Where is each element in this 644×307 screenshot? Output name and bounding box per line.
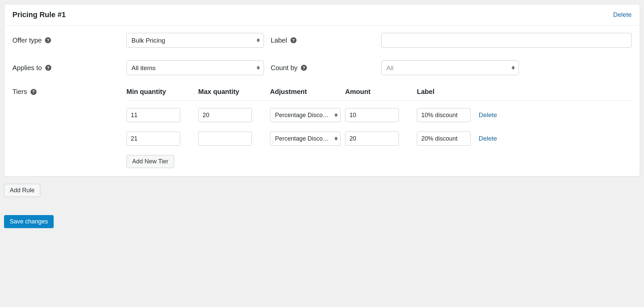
help-icon[interactable]: ?	[290, 37, 297, 43]
tier-delete-link[interactable]: Delete	[479, 111, 505, 119]
label-input[interactable]	[381, 33, 632, 48]
help-icon[interactable]: ?	[301, 65, 307, 71]
offer-type-label: Offer type ?	[12, 37, 126, 44]
offer-type-label-text: Offer type	[12, 37, 42, 44]
tier-row: Percentage DiscountDelete	[126, 132, 632, 146]
tiers-body: Percentage DiscountDeletePercentage Disc…	[126, 108, 632, 146]
col-min: Min quantity	[126, 88, 194, 96]
tier-label-input[interactable]	[417, 108, 471, 122]
tiers-table: Min quantity Max quantity Adjustment Amo…	[126, 88, 632, 168]
tier-delete-link[interactable]: Delete	[479, 135, 505, 142]
offer-type-select[interactable]: Bulk Pricing	[126, 33, 264, 48]
count-by-select[interactable]: All	[381, 60, 519, 75]
tier-max-input[interactable]	[198, 108, 252, 122]
count-by-select-wrap: All	[381, 60, 519, 75]
add-new-tier-button[interactable]: Add New Tier	[126, 155, 174, 168]
save-changes-button[interactable]: Save changes	[4, 215, 54, 228]
tier-amount-input[interactable]	[345, 132, 399, 146]
tier-amount-input[interactable]	[345, 108, 399, 122]
count-by-label: Count by ?	[271, 64, 381, 72]
applies-to-select[interactable]: All items	[126, 60, 264, 75]
card-header: Pricing Rule #1 Delete	[4, 4, 640, 25]
rule-title: Pricing Rule #1	[12, 10, 66, 19]
applies-to-select-wrap: All items	[126, 60, 264, 75]
col-max: Max quantity	[198, 88, 265, 96]
applies-to-label-text: Applies to	[12, 64, 42, 72]
add-rule-button[interactable]: Add Rule	[4, 184, 40, 197]
col-amount: Amount	[345, 88, 412, 96]
tier-adjustment-select[interactable]: Percentage Discount	[270, 132, 340, 146]
tiers-head: Min quantity Max quantity Adjustment Amo…	[126, 88, 632, 101]
offer-type-select-wrap: Bulk Pricing	[126, 33, 264, 48]
help-icon[interactable]: ?	[45, 37, 51, 43]
tiers-label-text: Tiers	[12, 88, 27, 96]
pricing-rule-card: Pricing Rule #1 Delete Offer type ? Bulk…	[4, 4, 640, 176]
label-field-label: Label ?	[271, 37, 381, 44]
col-adjustment: Adjustment	[270, 88, 340, 96]
help-icon[interactable]: ?	[31, 89, 37, 95]
tier-adjustment-select[interactable]: Percentage Discount	[270, 108, 340, 122]
label-field-label-text: Label	[271, 37, 287, 44]
tier-max-input[interactable]	[198, 132, 252, 146]
col-actions	[479, 88, 505, 96]
delete-rule-link[interactable]: Delete	[613, 11, 632, 18]
tier-label-input[interactable]	[417, 132, 471, 146]
form-grid: Offer type ? Bulk Pricing Label ?	[12, 33, 632, 75]
card-body: Offer type ? Bulk Pricing Label ?	[4, 25, 640, 176]
help-icon[interactable]: ?	[45, 65, 51, 71]
tiers-label: Tiers ?	[12, 88, 126, 96]
tier-min-input[interactable]	[126, 108, 180, 122]
count-by-label-text: Count by	[271, 64, 298, 72]
tiers-section: Tiers ? Min quantity Max quantity Adjust…	[12, 88, 632, 168]
tier-min-input[interactable]	[126, 132, 180, 146]
col-label: Label	[417, 88, 474, 96]
tier-row: Percentage DiscountDelete	[126, 108, 632, 122]
label-input-wrap	[381, 33, 632, 48]
applies-to-label: Applies to ?	[12, 64, 126, 72]
